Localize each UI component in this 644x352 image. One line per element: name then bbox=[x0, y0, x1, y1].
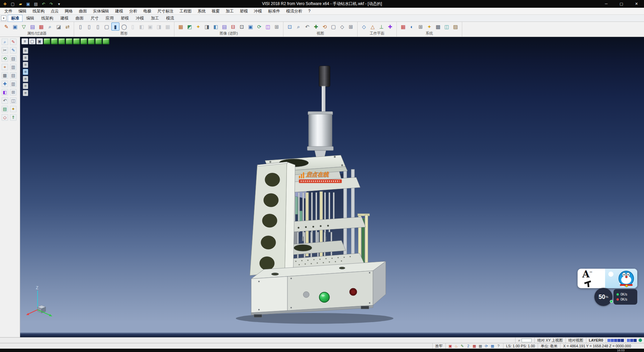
snapshot-icon[interactable]: ▣ bbox=[448, 344, 453, 348]
view-cube-front-icon[interactable] bbox=[51, 38, 58, 44]
close-button[interactable]: ✕ bbox=[629, 0, 644, 8]
workplane-3points-icon[interactable]: △ bbox=[369, 23, 377, 31]
menu-window[interactable]: 视窗 bbox=[209, 8, 223, 15]
doc-table-icon[interactable]: ▥ bbox=[10, 80, 17, 87]
match-properties-icon[interactable]: ⇄ bbox=[63, 23, 71, 31]
wireframe-view-icon[interactable]: ▯ bbox=[76, 23, 85, 31]
texture-icon[interactable]: ▦ bbox=[177, 23, 185, 31]
menu-machining[interactable]: 加工 bbox=[223, 8, 237, 15]
menu-drawing[interactable]: 工程图 bbox=[176, 8, 195, 15]
edit-attributes-icon[interactable]: ✎ bbox=[2, 23, 10, 31]
tab-modeling[interactable]: 建模 bbox=[57, 15, 72, 22]
viewstate-5-icon[interactable]: ≣ bbox=[23, 76, 28, 82]
mirror-tool-icon[interactable]: ◧ bbox=[1, 89, 8, 96]
move-tool-icon[interactable]: ✚ bbox=[1, 80, 8, 87]
animation-icon[interactable]: ⟳ bbox=[255, 23, 263, 31]
viewstate-7-icon[interactable]: ≣ bbox=[23, 90, 28, 96]
tab-standard[interactable]: 标准 bbox=[8, 15, 22, 22]
menu-analysis[interactable]: 分析 bbox=[126, 8, 140, 15]
tab-flow[interactable]: 模流 bbox=[163, 15, 177, 22]
viewstate-2-icon[interactable]: ≣ bbox=[23, 55, 28, 61]
zoom-previous-icon[interactable]: ↶ bbox=[303, 23, 311, 31]
menu-electrode[interactable]: 电极 bbox=[140, 8, 154, 15]
doc-grid-icon[interactable]: ▥ bbox=[10, 63, 17, 71]
export-icon[interactable]: ⇑ bbox=[10, 114, 17, 121]
blue-grid-icon[interactable]: ▦ bbox=[490, 344, 495, 348]
grid-tool-icon[interactable]: ▦ bbox=[1, 72, 8, 79]
tab-edit[interactable]: 编辑 bbox=[23, 15, 38, 22]
view-mode-indicator[interactable]: 绝对 XY 上视图 bbox=[534, 338, 566, 343]
tab-die[interactable]: 冲模 bbox=[132, 15, 147, 22]
menu-point-cloud[interactable]: 点云 bbox=[48, 8, 62, 15]
title-bar[interactable]: ❖▢▰▣▤↶↷▾ VISI 2018 R2 from Vero Software… bbox=[0, 0, 644, 8]
viewbar-shaded-window-icon[interactable]: ▣ bbox=[36, 38, 43, 44]
pan-icon[interactable]: ✚ bbox=[312, 23, 320, 31]
quality-icon[interactable]: ⊞ bbox=[273, 23, 281, 31]
view-cube-left-icon[interactable] bbox=[66, 38, 72, 44]
red-grid-icon[interactable]: ▦ bbox=[472, 344, 477, 348]
calculator-icon[interactable]: ⊞ bbox=[10, 89, 17, 96]
rotate-view-icon[interactable]: ⟲ bbox=[321, 23, 329, 31]
layer-color-segment[interactable] bbox=[607, 339, 610, 342]
menu-dimension[interactable]: 尺寸标注 bbox=[154, 8, 176, 15]
tab-dimension[interactable]: 尺寸 bbox=[87, 15, 102, 22]
workplane-origin-icon[interactable]: ✚ bbox=[386, 23, 394, 31]
tab-surface[interactable]: 曲面 bbox=[72, 15, 87, 22]
zoom-tool-icon[interactable]: ⌕ bbox=[1, 38, 8, 45]
tab-application[interactable]: 应用 bbox=[102, 15, 117, 22]
app-logo-icon[interactable]: ❖ bbox=[2, 1, 8, 7]
erase-attributes-icon[interactable]: ◪ bbox=[55, 23, 63, 31]
zoom-extents-icon[interactable]: ⊡ bbox=[286, 23, 294, 31]
flame-icon[interactable]: ♨ bbox=[454, 344, 459, 348]
reflection-icon[interactable]: ◧ bbox=[212, 23, 220, 31]
star-icon[interactable]: ✦ bbox=[10, 105, 17, 113]
menu-edit[interactable]: 编辑 bbox=[15, 8, 30, 15]
hidden-line-view-icon[interactable]: ▯ bbox=[85, 23, 93, 31]
layer-color-segment[interactable] bbox=[614, 339, 617, 342]
refresh-icon[interactable]: ⟳ bbox=[484, 344, 489, 348]
layer-color-segment[interactable] bbox=[611, 339, 614, 342]
view-cube-dynamic-icon[interactable] bbox=[103, 38, 109, 44]
doc-list-icon[interactable]: ▤ bbox=[10, 55, 17, 62]
scissors-icon[interactable]: ✂ bbox=[1, 47, 8, 54]
viewstate-4-icon[interactable]: ≣ bbox=[23, 69, 28, 75]
copy-attributes-icon[interactable]: ▣ bbox=[11, 23, 19, 31]
widget-pill[interactable]: A‥ bbox=[578, 269, 637, 288]
shadow-icon[interactable]: ◨ bbox=[203, 23, 211, 31]
layer-color-segment[interactable] bbox=[630, 339, 633, 342]
measure-tool-icon[interactable]: ◇ bbox=[1, 114, 8, 121]
pencil-red-icon[interactable]: ✎ bbox=[10, 38, 17, 45]
menu-solid-edit[interactable]: 实体编辑 bbox=[90, 8, 112, 15]
view-cube-top-icon[interactable] bbox=[44, 38, 50, 44]
gray-grid-icon[interactable]: ▦ bbox=[478, 344, 483, 348]
new-file-icon[interactable]: ▢ bbox=[10, 1, 16, 7]
menu-flow-analysis[interactable]: 模流分析 bbox=[283, 8, 305, 15]
tab-mold[interactable]: 塑模 bbox=[117, 15, 132, 22]
plot-icon[interactable]: ▨ bbox=[451, 23, 460, 31]
menu-die[interactable]: 冲模 bbox=[251, 8, 265, 15]
matrix-icon[interactable]: ▩ bbox=[434, 23, 442, 31]
snapshot-adv-icon[interactable]: ▣ bbox=[247, 23, 255, 31]
view-cube-bottom-icon[interactable] bbox=[80, 38, 87, 44]
viewbar-window-icon[interactable]: ▢ bbox=[29, 38, 36, 44]
pencil-blue-icon[interactable]: ✎ bbox=[10, 47, 17, 54]
status-dot[interactable] bbox=[639, 339, 642, 342]
menu-help[interactable]: ? bbox=[305, 8, 314, 14]
view-cube-right-icon[interactable] bbox=[58, 38, 65, 44]
material-icon[interactable]: ◩ bbox=[185, 23, 194, 31]
layer-color-segment[interactable] bbox=[621, 339, 624, 342]
system-colors-icon[interactable]: ▦ bbox=[399, 23, 407, 31]
filter-icon[interactable]: ▽ bbox=[20, 23, 28, 31]
layer-color-segment[interactable] bbox=[618, 339, 621, 342]
menu-system[interactable]: 系统 bbox=[195, 8, 209, 15]
menu-wireframe[interactable]: 线架构 bbox=[30, 8, 48, 15]
viewport-3d[interactable]: 启点在线 ≡▢▣ ≣≣≣≣≣≣≣ Z bbox=[20, 37, 644, 337]
box-view-icon[interactable]: ▢ bbox=[103, 23, 111, 31]
layer-color-segment[interactable] bbox=[634, 339, 637, 342]
front-view-icon[interactable]: ▢ bbox=[329, 23, 337, 31]
light-icon[interactable]: ✦ bbox=[194, 23, 202, 31]
tab-dropdown-button[interactable]: ▾ bbox=[1, 15, 6, 21]
stereo-icon[interactable]: ◫ bbox=[264, 23, 272, 31]
view-cube-iso1-icon[interactable] bbox=[88, 38, 95, 44]
view-cube-back-icon[interactable] bbox=[73, 38, 80, 44]
